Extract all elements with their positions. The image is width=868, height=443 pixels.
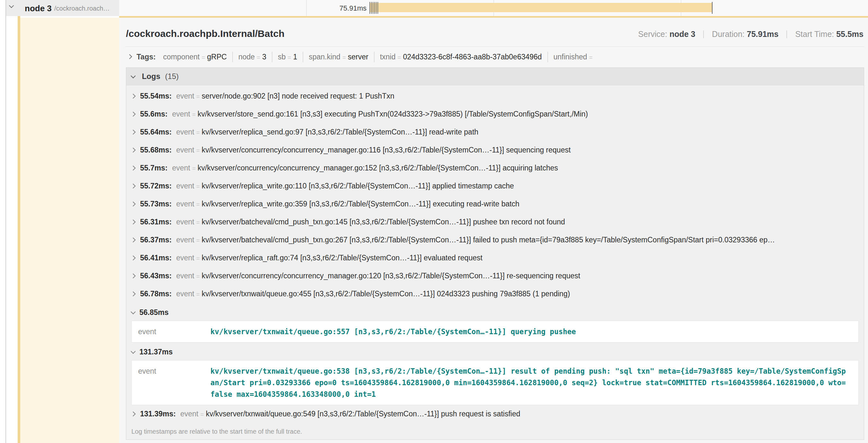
chevron-right-icon [131,130,136,135]
log-field-key: event [176,272,194,280]
log-field-value: kv/kvserver/batcheval/cmd_push_txn.go:14… [202,218,565,226]
span-duration-bar[interactable] [369,3,713,12]
log-timestamp: 55.7ms: [140,164,168,172]
log-field-key: event [176,289,194,298]
tag-item: component=gRPC [158,52,232,62]
span-color-bar [18,0,20,443]
log-row[interactable]: 55.73ms:event=kv/kvserver/replica_write.… [126,195,864,213]
span-timeline-track[interactable]: 75.91ms [119,0,868,16]
tag-key: node [238,53,255,61]
chevron-down-icon [9,3,14,8]
equals-sign: = [589,54,593,61]
equals-sign: = [196,273,200,280]
log-timestamp: 55.72ms: [140,182,172,190]
log-timestamp: 56.85ms [140,308,169,316]
log-field-key: event [172,110,190,118]
log-row-expanded-header[interactable]: 131.37ms [126,343,864,360]
trace-left-rule [5,0,6,443]
chevron-right-icon [131,183,136,189]
duration-label: Duration: [712,30,744,38]
log-field-key: event [138,326,210,337]
tag-value: gRPC [207,53,227,61]
service-value: node 3 [670,30,695,38]
log-row[interactable]: 131.39ms:event=kv/kvserver/txnwait/queue… [126,405,864,423]
tags-accordion[interactable]: Tags: component=gRPC node=3 sb=1 span.ki… [125,47,864,66]
log-field-value: kv/kvserver/txnwait/queue.go:549 [n3,s3,… [206,410,520,418]
log-timestamp: 56.41ms: [140,253,172,262]
log-field-key: event [172,164,190,172]
equals-sign: = [196,255,200,262]
tag-value: 1 [293,53,297,61]
log-row[interactable]: 55.6ms:event=kv/kvserver/store_send.go:1… [126,105,864,123]
logs-footer-note: Log timestamps are relative to the start… [126,423,864,440]
trace-detail-page: node 3 /cockroach.roach… 75.91ms /cockro… [0,0,868,443]
equals-sign: = [202,54,205,61]
log-row[interactable]: 55.7ms:event=kv/kvserver/concurrency/con… [126,159,864,177]
log-field-key: event [180,410,198,418]
log-timestamp: 56.78ms: [140,289,172,298]
tag-key: span.kind [309,53,340,61]
log-field-key: event [176,236,194,244]
log-field-value: server/node.go:902 [n3] node received re… [202,92,395,100]
log-tick-marks [369,2,379,14]
equals-sign: = [257,54,260,61]
logs-section: Logs (15) 55.54ms:event=server/node.go:9… [126,67,864,440]
separator [786,31,787,38]
equals-sign: = [287,54,291,61]
log-row[interactable]: 55.72ms:event=kv/kvserver/replica_write.… [126,177,864,195]
log-timestamp: 56.43ms: [140,272,172,280]
span-name-cell[interactable]: node 3 /cockroach.roach… [6,0,119,16]
start-time-value: 55.5ms [836,30,864,38]
separator [703,31,704,38]
log-timestamp: 131.37ms [140,348,173,356]
equals-sign: = [196,183,200,190]
log-tick-mark [712,2,713,14]
equals-sign: = [192,111,196,118]
log-row[interactable]: 56.78ms:event=kv/kvserver/txnwait/queue.… [126,285,864,303]
log-timestamp: 55.68ms: [140,146,172,154]
logs-accordion-header[interactable]: Logs (15) [126,68,864,86]
log-field-key: event [176,182,194,190]
equals-sign: = [196,237,200,244]
equals-sign: = [196,147,200,154]
tag-key: unfinished [554,53,587,61]
log-timestamp: 55.64ms: [140,128,172,136]
log-row[interactable]: 55.68ms:event=kv/kvserver/concurrency/co… [126,141,864,159]
equals-sign: = [196,93,200,100]
log-row[interactable]: 55.64ms:event=kv/kvserver/replica_send.g… [126,123,864,141]
log-field-value: kv/kvserver/replica_write.go:110 [n3,s3,… [202,182,514,190]
chevron-right-icon [131,273,136,279]
start-time-label: Start Time: [795,30,834,38]
tag-item: sb=1 [272,52,303,62]
equals-sign: = [196,129,200,136]
log-field-value: kv/kvserver/txnwait/queue.go:538 [n3,s3,… [210,365,858,400]
span-service-name: node 3 [25,3,52,13]
log-row[interactable]: 56.41ms:event=kv/kvserver/replica_raft.g… [126,249,864,267]
chevron-down-icon [131,349,136,354]
tag-key: txnid [380,53,396,61]
log-row[interactable]: 55.54ms:event=server/node.go:902 [n3] no… [126,87,864,105]
log-row-expanded-header[interactable]: 56.85ms [126,303,864,321]
chevron-down-icon [131,309,136,315]
equals-sign: = [342,54,346,61]
chevron-down-icon [131,73,136,78]
log-row[interactable]: 56.43ms:event=kv/kvserver/concurrency/co… [126,267,864,285]
tag-item: unfinished= [548,52,600,62]
log-field-value: kv/kvserver/txnwait/queue.go:455 [n3,s3,… [202,289,570,298]
equals-sign: = [196,201,200,208]
log-row[interactable]: 56.37ms:event=kv/kvserver/batcheval/cmd_… [126,231,864,249]
chevron-right-icon [131,94,136,99]
log-row[interactable]: 56.31ms:event=kv/kvserver/batcheval/cmd_… [126,213,864,231]
log-detail-box: event kv/kvserver/txnwait/queue.go:538 [… [131,360,859,405]
log-field-value: kv/kvserver/replica_send.go:97 [n3,s3,r6… [202,128,478,136]
tag-item: node=3 [232,52,272,62]
chevron-right-icon [131,292,136,297]
chevron-right-icon [131,148,136,153]
span-detail-header: /cockroach.roachpb.Internal/Batch Servic… [125,18,864,46]
log-field-key: event [176,200,194,208]
equals-sign: = [196,291,200,298]
log-field-key: event [176,218,194,226]
tag-value: server [348,53,369,61]
log-field-key: event [176,92,194,100]
log-field-value: kv/kvserver/concurrency/concurrency_mana… [202,272,580,280]
